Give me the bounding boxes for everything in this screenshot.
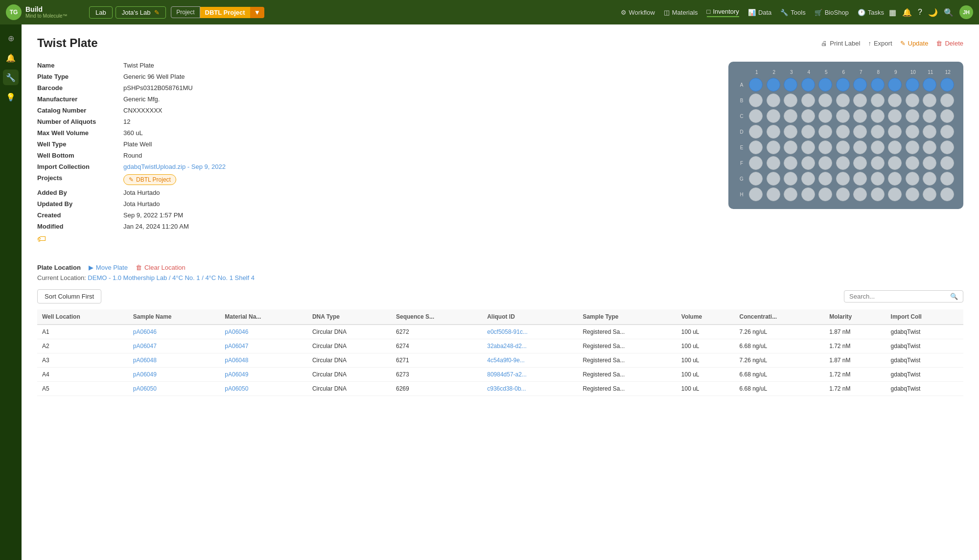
well-B6[interactable] (836, 93, 850, 107)
well-C8[interactable] (871, 109, 885, 123)
well-D11[interactable] (923, 125, 936, 139)
well-D5[interactable] (818, 125, 832, 139)
well-B3[interactable] (784, 93, 797, 107)
well-G10[interactable] (906, 172, 919, 186)
clear-location-button[interactable]: 🗑 Clear Location (136, 264, 186, 271)
project-name-button[interactable]: DBTL Project (200, 7, 250, 18)
well-G11[interactable] (923, 172, 936, 186)
well-F2[interactable] (767, 156, 780, 170)
well-C6[interactable] (836, 109, 850, 123)
well-F5[interactable] (818, 156, 832, 170)
well-C5[interactable] (818, 109, 832, 123)
well-E4[interactable] (801, 140, 815, 154)
well-D12[interactable] (940, 125, 954, 139)
well-C11[interactable] (923, 109, 936, 123)
export-button[interactable]: ↑ Export (868, 40, 892, 47)
app-logo[interactable]: TG (6, 4, 22, 20)
search-icon[interactable]: 🔍 (944, 8, 954, 17)
well-C9[interactable] (888, 109, 902, 123)
delete-button[interactable]: 🗑 Delete (936, 40, 963, 47)
well-H8[interactable] (871, 187, 885, 201)
well-F6[interactable] (836, 156, 850, 170)
well-A2[interactable] (767, 78, 780, 92)
well-B12[interactable] (940, 93, 954, 107)
well-D8[interactable] (871, 125, 885, 139)
well-H10[interactable] (906, 187, 919, 201)
well-G1[interactable] (749, 172, 763, 186)
well-E6[interactable] (836, 140, 850, 154)
well-G2[interactable] (767, 172, 780, 186)
well-H9[interactable] (888, 187, 902, 201)
sort-column-first-button[interactable]: Sort Column First (37, 289, 101, 303)
well-A10[interactable] (906, 78, 919, 92)
well-E10[interactable] (906, 140, 919, 154)
sidebar-icon-lightbulb[interactable]: 💡 (3, 89, 19, 105)
well-G8[interactable] (871, 172, 885, 186)
well-G4[interactable] (801, 172, 815, 186)
well-B10[interactable] (906, 93, 919, 107)
well-C7[interactable] (853, 109, 867, 123)
well-F11[interactable] (923, 156, 936, 170)
well-F4[interactable] (801, 156, 815, 170)
well-G12[interactable] (940, 172, 954, 186)
well-A7[interactable] (853, 78, 867, 92)
well-C3[interactable] (784, 109, 797, 123)
well-G5[interactable] (818, 172, 832, 186)
nav-bioshop[interactable]: 🛒 BioShop (815, 9, 849, 16)
well-H7[interactable] (853, 187, 867, 201)
well-C1[interactable] (749, 109, 763, 123)
well-C4[interactable] (801, 109, 815, 123)
barcode-icon[interactable]: ▦ (889, 8, 896, 17)
sidebar-icon-notifications[interactable]: 🔔 (3, 50, 19, 66)
well-G9[interactable] (888, 172, 902, 186)
well-D1[interactable] (749, 125, 763, 139)
sidebar-icon-tools[interactable]: 🔧 (3, 70, 19, 85)
well-D6[interactable] (836, 125, 850, 139)
well-G6[interactable] (836, 172, 850, 186)
moon-icon[interactable]: 🌙 (928, 8, 938, 17)
well-D3[interactable] (784, 125, 797, 139)
well-B1[interactable] (749, 93, 763, 107)
well-D9[interactable] (888, 125, 902, 139)
well-B7[interactable] (853, 93, 867, 107)
well-H5[interactable] (818, 187, 832, 201)
well-E7[interactable] (853, 140, 867, 154)
well-A9[interactable] (888, 78, 902, 92)
well-B11[interactable] (923, 93, 936, 107)
well-A3[interactable] (784, 78, 797, 92)
well-B4[interactable] (801, 93, 815, 107)
well-A11[interactable] (923, 78, 936, 92)
well-A5[interactable] (818, 78, 832, 92)
well-B8[interactable] (871, 93, 885, 107)
nav-tools[interactable]: 🔧 Tools (780, 9, 805, 16)
well-D2[interactable] (767, 125, 780, 139)
well-E5[interactable] (818, 140, 832, 154)
bell-icon[interactable]: 🔔 (902, 8, 912, 17)
well-E9[interactable] (888, 140, 902, 154)
nav-materials[interactable]: ◫ Materials (664, 9, 698, 16)
import-collection-value[interactable]: gdabqTwistUpload.zip - Sep 9, 2022 (123, 163, 226, 170)
user-avatar[interactable]: JH (959, 5, 973, 19)
well-F3[interactable] (784, 156, 797, 170)
well-F8[interactable] (871, 156, 885, 170)
well-F9[interactable] (888, 156, 902, 170)
well-E3[interactable] (784, 140, 797, 154)
well-H4[interactable] (801, 187, 815, 201)
well-B2[interactable] (767, 93, 780, 107)
well-A1[interactable] (749, 78, 763, 92)
jotas-lab-button[interactable]: Jota's Lab ✎ (116, 6, 166, 19)
well-F12[interactable] (940, 156, 954, 170)
update-button[interactable]: ✎ Update (900, 40, 929, 47)
well-H2[interactable] (767, 187, 780, 201)
well-E8[interactable] (871, 140, 885, 154)
well-F7[interactable] (853, 156, 867, 170)
move-plate-button[interactable]: ▶ Move Plate (89, 264, 128, 271)
current-location-link[interactable]: DEMO - 1.0 Mothership Lab / 4°C No. 1 / … (88, 274, 255, 281)
well-D7[interactable] (853, 125, 867, 139)
well-H11[interactable] (923, 187, 936, 201)
nav-tasks[interactable]: 🕐 Tasks (858, 9, 884, 16)
well-F1[interactable] (749, 156, 763, 170)
well-A6[interactable] (836, 78, 850, 92)
well-E2[interactable] (767, 140, 780, 154)
well-C2[interactable] (767, 109, 780, 123)
